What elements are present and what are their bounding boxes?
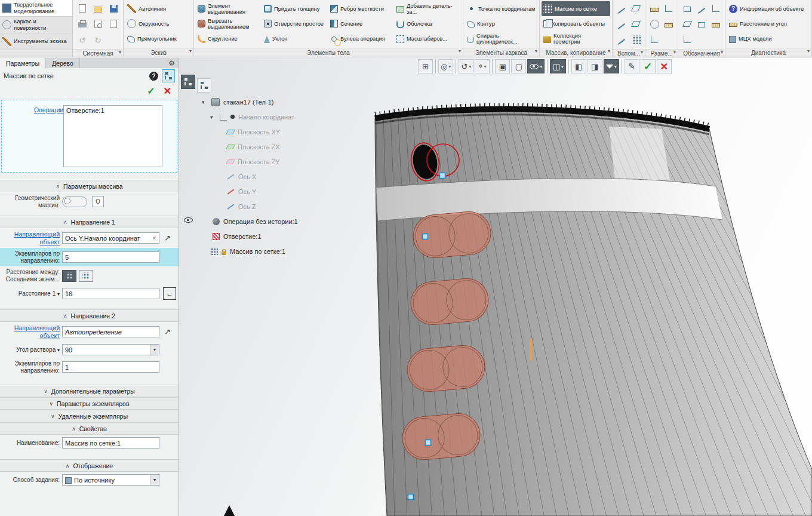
shell-button[interactable]: Оболочка	[395, 16, 461, 31]
dimension-extra-button[interactable]	[651, 36, 658, 44]
group-label-body-elements[interactable]: Элементы тела	[194, 48, 463, 57]
designation-base-button[interactable]	[712, 5, 719, 13]
object-picker-icon[interactable]: ↗	[164, 234, 171, 242]
help-icon[interactable]: ?	[149, 72, 158, 81]
selection-handle[interactable]	[423, 234, 428, 239]
guide-object-2-input[interactable]: Автоопределение	[62, 326, 159, 337]
rib-button[interactable]: Ребро жесткости	[328, 1, 395, 16]
tree-structure-button[interactable]	[181, 75, 195, 89]
chevron-down-icon[interactable]: ▾	[57, 291, 60, 297]
document-properties-button[interactable]	[110, 20, 117, 29]
structure-toggle-button[interactable]	[162, 69, 175, 82]
thicken-button[interactable]: Придать толщину	[262, 1, 328, 16]
operations-listbox[interactable]: Отверстие:1	[63, 105, 162, 167]
mode-tab-wireframe-surfaces[interactable]: Каркас и поверхности	[0, 17, 72, 33]
tab-tree[interactable]: Дерево	[46, 58, 80, 68]
boolean-button[interactable]: Булева операция	[328, 32, 395, 47]
section-additional-params[interactable]: ∨Дополнительные параметры	[0, 385, 179, 397]
autoline-button[interactable]: Автолиния	[125, 1, 192, 16]
mode-tab-solid-modeling[interactable]: Твердотельное моделирование	[0, 0, 72, 17]
vp-visibility-button[interactable]: ▾	[527, 59, 545, 73]
section-display[interactable]: ∧Отображение	[0, 459, 179, 472]
definition-method-select[interactable]: По источнику▾	[62, 474, 159, 486]
section-properties[interactable]: ∧Свойства	[0, 422, 179, 435]
section-instance-params[interactable]: ∨Параметры экземпляров	[0, 397, 179, 410]
distance-angle-button[interactable]: Расстояние и угол	[727, 16, 810, 31]
designation-note-button[interactable]	[684, 5, 691, 13]
tree-item-axis-x[interactable]: Ось X	[186, 169, 353, 184]
chevron-down-icon[interactable]: ▾	[57, 348, 60, 353]
viewport-3d[interactable]: ▾ стакан17 (Тел-1) ▾ Начало координат Пл…	[179, 58, 812, 516]
tree-item-plane-zx[interactable]: Плоскость ZX	[186, 139, 353, 154]
object-picker-icon[interactable]: ↗	[164, 327, 171, 336]
tree-composition-button[interactable]	[197, 78, 211, 93]
tree-item-hole[interactable]: Отверстие:1	[186, 229, 353, 244]
cancel-button[interactable]: ✕	[164, 85, 171, 97]
scale-button[interactable]: Масштабиров...	[395, 32, 461, 47]
distance-between-extreme-button[interactable]	[79, 270, 93, 282]
vp-display-wireframe-button[interactable]: ▢	[511, 59, 526, 73]
tree-item-origin[interactable]: ▾ Начало координат	[186, 109, 353, 124]
save-button[interactable]	[110, 5, 118, 14]
vp-clip-button[interactable]: ◨	[588, 59, 602, 73]
section-array-params[interactable]: ∧Параметры массива	[0, 180, 179, 192]
selection-handle[interactable]	[440, 173, 445, 179]
rectangle-button[interactable]: Прямоугольник	[125, 32, 192, 47]
geometric-array-off-button[interactable]: O	[92, 196, 104, 207]
open-document-button[interactable]	[94, 5, 102, 14]
apply-button[interactable]: ✓	[147, 85, 155, 97]
vp-display-solid-button[interactable]: ▣	[495, 59, 510, 73]
object-info-button[interactable]: ?Информация об объекте	[727, 1, 810, 16]
aux-grid-button[interactable]	[632, 35, 641, 45]
group-label-wireframe[interactable]: Элементы каркаса	[463, 48, 539, 57]
copy-objects-button[interactable]: Копировать объекты	[542, 16, 610, 31]
linear-dimension-button[interactable]	[650, 5, 659, 13]
tree-item-body[interactable]: ▾ стакан17 (Тел-1)	[186, 94, 353, 109]
designation-leader-button[interactable]	[697, 5, 706, 13]
group-label-auxiliary[interactable]: Вспом...	[613, 49, 645, 57]
guide-object-link[interactable]: Направляющий объект	[14, 231, 60, 245]
selection-handle[interactable]	[426, 440, 431, 446]
operations-list-item[interactable]: Отверстие:1	[66, 107, 159, 114]
operations-link[interactable]: Операции	[34, 106, 63, 113]
tree-item-axis-y[interactable]: Ось Y	[186, 184, 353, 199]
name-input[interactable]: Массив по сетке:1	[62, 437, 159, 449]
vp-orientation-button[interactable]: ↺▾	[459, 59, 473, 73]
new-document-button[interactable]	[79, 4, 86, 14]
group-label-sketch[interactable]: Эскиз	[124, 48, 193, 57]
selection-handle[interactable]	[408, 494, 414, 500]
cut-extrude-button[interactable]: Вырезать выдавливанием	[196, 16, 262, 31]
vp-sketch-edit-button[interactable]: ✎	[625, 59, 639, 73]
circle-button[interactable]: Окружность	[125, 16, 192, 31]
designation-roughness-button[interactable]	[682, 20, 692, 29]
diameter-dimension-button[interactable]	[665, 21, 673, 29]
add-part-button[interactable]: Добавить деталь-за...	[395, 1, 461, 16]
section-direction1[interactable]: ∧Направление 1	[0, 216, 179, 228]
print-preview-button[interactable]	[94, 20, 102, 29]
control-point-button[interactable]	[631, 20, 641, 29]
group-label-dimensions[interactable]: Разме...	[645, 49, 678, 57]
back-arrow-button[interactable]: ←	[163, 287, 176, 300]
radial-dimension-button[interactable]	[650, 20, 659, 30]
gear-icon[interactable]: ⚙	[165, 58, 179, 68]
aux-line-button[interactable]	[617, 36, 626, 44]
tree-item-grid-array[interactable]: Массив по сетке:1	[186, 244, 353, 259]
distance-1-input[interactable]: 16	[62, 288, 159, 299]
group-label-system[interactable]: Системная	[73, 49, 123, 57]
simple-hole-button[interactable]: Отверстие простое	[262, 16, 328, 31]
mass-properties-button[interactable]: МЦХ модели	[727, 32, 810, 47]
tree-item-operation[interactable]: Операция без истории:1	[186, 214, 353, 229]
instances-2-input[interactable]: 1	[62, 361, 159, 373]
group-label-diagnostics[interactable]: Диагностика	[725, 48, 811, 57]
draft-button[interactable]: Уклон	[262, 32, 328, 47]
clear-icon[interactable]: ✕	[152, 235, 156, 241]
vp-apply-button[interactable]: ✓	[641, 59, 656, 73]
designation-extra-button[interactable]	[684, 36, 691, 44]
vp-section-view-button[interactable]: ◧	[571, 59, 586, 73]
contour-button[interactable]: Контур	[465, 16, 537, 31]
extrude-button[interactable]: Элемент выдавливания	[196, 1, 262, 16]
vp-csys-button[interactable]: ⌖▾	[475, 59, 490, 73]
expand-caret-icon[interactable]: ▾	[202, 99, 208, 105]
geometric-array-toggle[interactable]	[62, 196, 87, 207]
section-direction2[interactable]: ∧Направление 2	[0, 309, 179, 322]
